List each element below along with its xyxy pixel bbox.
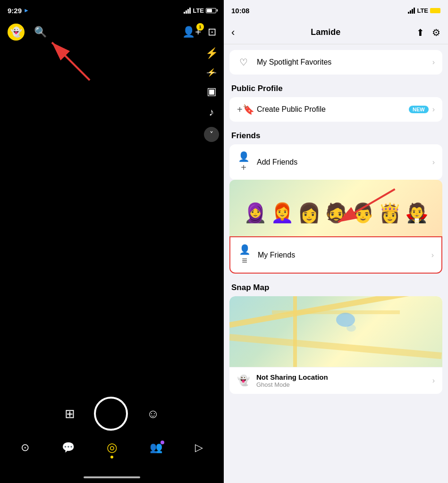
back-button[interactable]: ‹ [231,26,235,39]
status-bar-right: 10:08 LTE [224,0,448,21]
discover-nav-icon[interactable]: ▷ [195,441,203,454]
my-friends-label: My Friends [258,251,431,259]
snap-map-section: Snap Map 👻 Not Sharing Location Ghost Mo… [229,283,442,394]
friend-avatar-4: 🧔 [323,189,349,236]
snap-map-status-text: Not Sharing Location Ghost Mode [256,373,432,388]
time-display: 9:29 ► [8,7,29,15]
snap-map-title: Not Sharing Location [256,373,432,381]
spotlight-section: ♡ My Spotlight Favorites › [229,50,442,75]
public-profile-section-header: Public Profile [231,84,442,93]
create-public-profile-item[interactable]: +🔖 Create Public Profile NEW › [229,97,442,122]
shutter-button[interactable] [94,397,128,431]
flash-icon[interactable]: ⚡ [205,47,218,59]
notification-badge: 1 [196,23,204,31]
friend-avatar-1: 🧕 [242,189,268,236]
snap-map-preview[interactable] [229,296,442,367]
create-profile-label: Create Public Profile [257,105,409,114]
heart-icon: ♡ [237,57,250,68]
friends-avatars-strip: 🧕 👩‍🦰 👩 🧔 👨 👸 🧛 [229,180,442,236]
location-arrow-icon: ► [24,7,29,14]
friend-avatar-6: 👸 [377,189,403,236]
chevron-right-icon-4: › [431,251,434,259]
spotlight-favorites-item[interactable]: ♡ My Spotlight Favorites › [229,50,442,75]
settings-icon[interactable]: ⚙ [432,27,440,38]
snap-map-status-row[interactable]: 👻 Not Sharing Location Ghost Mode › [229,367,442,394]
profile-content: ♡ My Spotlight Favorites › Public Profil… [224,44,448,483]
chevron-down-icon[interactable]: ˅ [204,127,219,142]
camera-panel: 9:29 ► LTE 👻 🔍 👤+ 1 ⊡ [0,0,224,483]
bookmark-add-icon: +🔖 [237,104,250,115]
time-right: 10:08 [231,7,249,15]
friends-section-header: Friends [231,131,442,141]
public-profile-section: +🔖 Create Public Profile NEW › [229,97,442,122]
battery-icon-right [430,8,440,13]
friend-avatar-7: 🧛 [404,189,430,236]
share-icon[interactable]: ⬆ [416,27,424,38]
ghost-map-icon: 👻 [237,375,250,387]
header-action-icons: ⬆ ⚙ [416,27,440,38]
profile-header: ‹ Lamide ⬆ ⚙ [224,21,448,44]
add-friends-section: 👤+ Add Friends › [229,144,442,180]
bottom-navigation: ⊙ 💬 ◎ 👥 ▷ [0,440,224,455]
battery-icon [206,8,216,13]
friend-avatar-5: 👨 [350,189,376,236]
snap-map-section-header: Snap Map [231,283,442,292]
new-badge: NEW [409,106,429,113]
add-friends-label: Add Friends [257,158,432,167]
lens-icon[interactable]: ☺ [147,407,160,421]
chevron-right-icon-3: › [432,158,435,167]
snap-map-subtitle: Ghost Mode [256,381,432,388]
friends-nav-icon[interactable]: 👥 [150,441,162,454]
chevron-right-icon-2: › [432,105,435,114]
top-icons-row: 👻 🔍 👤+ 1 ⊡ [0,24,224,41]
my-friends-icon: 👤≡ [238,244,251,266]
flash-off-icon[interactable]: ⚡ [207,68,216,77]
network-label: LTE [193,7,204,14]
friend-avatar-3: 👩 [296,189,322,236]
scan-icon[interactable]: ⊡ [208,26,216,38]
music-icon[interactable]: ♪ [209,106,214,118]
chat-nav-icon[interactable]: 💬 [62,441,75,454]
svg-line-1 [52,42,90,80]
search-icon[interactable]: 🔍 [34,26,47,38]
network-right: LTE [417,7,428,14]
snapchat-ghost-avatar[interactable]: 👻 [8,24,25,41]
camera-controls: ⊞ ☺ ⊙ 💬 ◎ 👥 ▷ [0,397,224,455]
spotlight-label: My Spotlight Favorites [257,58,432,67]
camera-nav-icon[interactable]: ◎ [107,440,118,455]
time-text: 9:29 [8,7,22,15]
add-friends-item[interactable]: 👤+ Add Friends › [229,144,442,180]
video-icon[interactable]: ▣ [207,85,217,98]
memories-icon[interactable]: ⊞ [65,407,75,421]
active-indicator [110,456,113,458]
profile-title: Lamide [311,27,340,37]
status-right: LTE [184,7,216,14]
map-nav-icon[interactable]: ⊙ [21,441,29,454]
my-friends-item[interactable]: 👤≡ My Friends › [229,236,442,274]
signal-icon-right [408,7,415,14]
status-bar-left: 9:29 ► LTE [0,0,224,21]
friends-list-section: 🧕 👩‍🦰 👩 🧔 👨 👸 🧛 [229,180,442,274]
friend-avatar-2: 👩‍🦰 [269,189,295,236]
snap-map-card: 👻 Not Sharing Location Ghost Mode › [229,296,442,394]
home-indicator [84,476,140,478]
signal-icon [184,7,191,14]
side-icons: ⚡ ⚡ ▣ ♪ ˅ [204,47,219,142]
chevron-right-icon-5: › [432,376,435,385]
profile-panel: 10:08 LTE ‹ Lamide ⬆ ⚙ ♡ My Spotlight Fa… [224,0,448,483]
status-indicators-right: LTE [408,7,440,14]
friends-notification-dot [161,441,164,444]
chevron-right-icon: › [432,58,435,67]
add-friend-button[interactable]: 👤+ 1 [182,26,201,38]
shutter-row: ⊞ ☺ [65,397,160,431]
add-friend-icon: 👤+ [237,151,250,173]
